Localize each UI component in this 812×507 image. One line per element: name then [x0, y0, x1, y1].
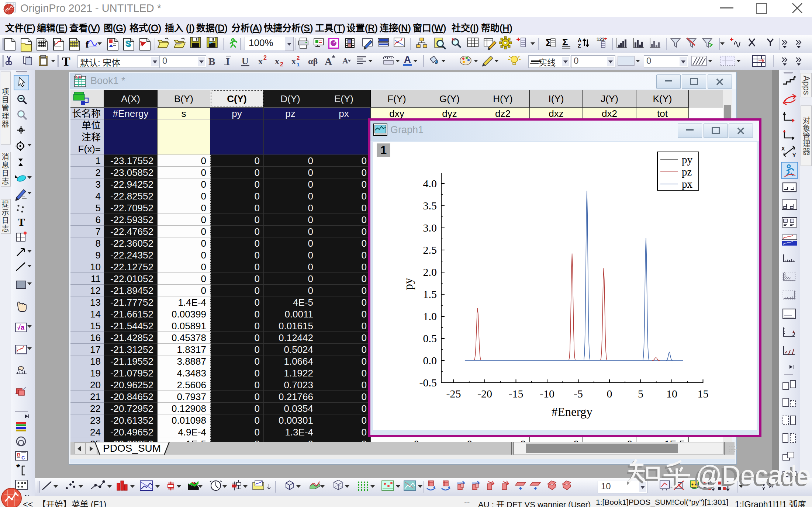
svg-text:x: x [291, 56, 296, 66]
svg-text:1: 1 [297, 61, 300, 67]
svg-text:Z: Z [578, 43, 581, 49]
svg-text:T: T [62, 55, 70, 68]
svg-text:1.0: 1.0 [423, 310, 437, 322]
svg-text:U: U [242, 56, 249, 66]
svg-text:15: 15 [698, 388, 709, 400]
svg-text:√a: √a [17, 324, 25, 331]
svg-text:ABC: ABC [76, 75, 82, 79]
svg-text:x: x [258, 56, 263, 66]
svg-text:py: py [402, 278, 415, 290]
svg-text:B: B [208, 56, 215, 67]
svg-text:#Energy: #Energy [552, 405, 593, 419]
svg-text:2.5: 2.5 [423, 244, 437, 256]
svg-text:↻: ↻ [452, 37, 456, 43]
svg-text:1.5: 1.5 [423, 288, 437, 300]
svg-text:Y: Y [792, 152, 796, 158]
svg-text:2: 2 [263, 55, 267, 61]
svg-text:S: S [126, 39, 131, 49]
svg-text:A: A [325, 56, 332, 67]
svg-text:A: A [578, 37, 581, 43]
svg-text:2.0: 2.0 [423, 266, 437, 278]
svg-text:-5: -5 [574, 388, 583, 400]
svg-text:-10: -10 [540, 388, 554, 400]
svg-text:2: 2 [280, 61, 283, 67]
svg-text:x: x [275, 56, 279, 66]
svg-text:0: 0 [607, 388, 612, 400]
svg-text:5: 5 [638, 388, 643, 400]
svg-text:0.0: 0.0 [423, 354, 437, 367]
svg-text:αβ: αβ [308, 56, 318, 66]
svg-text:I: I [226, 56, 230, 67]
svg-text:3.0: 3.0 [423, 222, 437, 234]
svg-text:2: 2 [297, 55, 300, 61]
svg-text:123: 123 [597, 37, 605, 42]
svg-text:A: A [404, 54, 411, 65]
svg-text:B: B [17, 452, 20, 458]
svg-text:T: T [18, 216, 25, 228]
svg-text:-25: -25 [446, 388, 461, 400]
svg-text:X: X [781, 146, 785, 152]
svg-text:-15: -15 [509, 388, 524, 400]
svg-text:0.5: 0.5 [423, 332, 437, 344]
svg-text:-0.5: -0.5 [419, 376, 437, 389]
svg-text:px: px [682, 178, 693, 190]
svg-text:Σ: Σ [562, 37, 568, 48]
svg-text:3.5: 3.5 [423, 199, 437, 212]
svg-text:A: A [342, 56, 348, 65]
svg-text:C: C [21, 455, 25, 461]
svg-text:4.0: 4.0 [423, 177, 437, 190]
svg-text:f: f [86, 39, 89, 50]
svg-text:pz: pz [682, 166, 692, 178]
svg-text:10: 10 [666, 388, 677, 400]
svg-text:*: * [16, 462, 20, 473]
svg-text:py: py [682, 154, 693, 166]
svg-text:-20: -20 [477, 388, 492, 400]
